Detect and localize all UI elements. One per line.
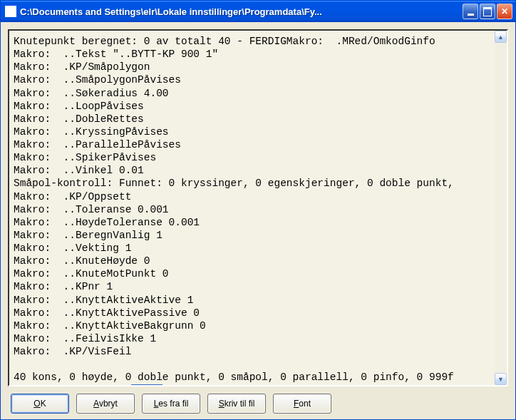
log-textarea[interactable]: Knutepunkt beregnet: 0 av totalt 40 - FE…	[8, 29, 508, 386]
log-text-content[interactable]: Knutepunkt beregnet: 0 av totalt 40 - FE…	[9, 31, 495, 385]
les-rest: es fra fil	[158, 399, 188, 409]
window-title: C:\Documents and Settings\elr\Lokale inn…	[20, 6, 463, 17]
avbryt-rest: vbryt	[99, 399, 118, 409]
titlebar[interactable]: C:\Documents and Settings\elr\Lokale inn…	[1, 1, 515, 22]
ok-rest: K	[41, 399, 46, 409]
vertical-scrollbar[interactable]: ▲ ▼	[495, 31, 507, 385]
scroll-down-button[interactable]: ▼	[495, 373, 507, 385]
maximize-button[interactable]	[480, 4, 495, 19]
ok-accel: O	[33, 399, 40, 409]
ok-button[interactable]: OK	[11, 394, 69, 414]
scroll-up-button[interactable]: ▲	[495, 31, 507, 43]
selected-text[interactable]: 12260	[131, 384, 162, 385]
avbryt-button[interactable]: Avbryt	[76, 394, 135, 414]
les-fra-fil-button[interactable]: Les fra fil	[142, 394, 200, 414]
skriv-til-fil-button[interactable]: Skriv til fil	[207, 394, 266, 414]
scroll-track[interactable]	[495, 43, 507, 373]
font-rest: ont	[299, 399, 311, 409]
skriv-accel: S	[219, 399, 225, 409]
client-area: Knutepunkt beregnet: 0 av totalt 40 - FE…	[1, 22, 515, 419]
font-button[interactable]: Font	[273, 394, 331, 414]
window-frame: C:\Documents and Settings\elr\Lokale inn…	[0, 0, 516, 420]
window-controls	[463, 4, 512, 19]
close-button[interactable]	[497, 4, 512, 19]
skriv-rest: kriv til fil	[225, 399, 255, 409]
dialog-button-row: OK Avbryt Les fra fil Skriv til fil Font	[8, 392, 508, 414]
avbryt-accel: A	[93, 399, 99, 409]
app-icon	[5, 6, 16, 17]
minimize-button[interactable]	[463, 4, 478, 19]
